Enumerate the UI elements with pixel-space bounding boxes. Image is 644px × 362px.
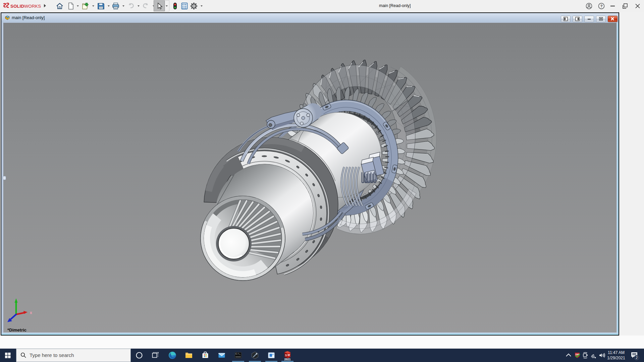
svg-text:C:\_: C:\_ — [235, 353, 241, 355]
svg-text:W: W — [287, 353, 290, 357]
svg-text:2: 2 — [636, 356, 638, 360]
svg-text:2021: 2021 — [284, 358, 291, 361]
svg-text:S: S — [285, 354, 287, 357]
svg-text:?: ? — [600, 4, 603, 8]
svg-text:x: x — [30, 310, 32, 315]
svg-text:SOLIDWORKS: SOLIDWORKS — [10, 4, 41, 9]
